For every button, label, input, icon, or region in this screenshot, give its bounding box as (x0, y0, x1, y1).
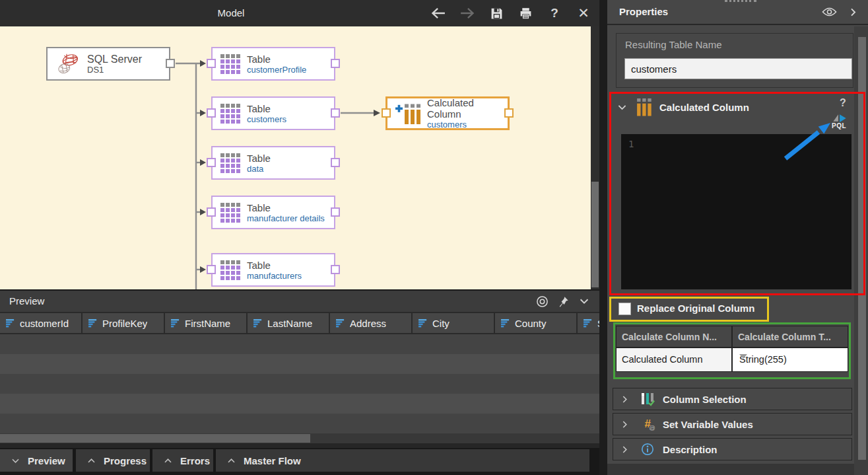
column-header[interactable]: FirstName (165, 313, 248, 333)
section-title: Calculated Column (659, 102, 749, 113)
panel-divider (599, 0, 607, 475)
input-port[interactable] (382, 108, 391, 118)
tab-errors[interactable]: Errors (152, 449, 213, 472)
output-port[interactable] (331, 158, 340, 167)
input-port[interactable] (207, 59, 216, 68)
grid-header-name[interactable]: Calculate Column N... (616, 326, 732, 347)
print-icon[interactable] (517, 5, 533, 21)
table-node-customers[interactable]: Table customers (211, 96, 335, 130)
column-name-cell[interactable]: Calculated Column (616, 347, 732, 372)
replace-original-column-checkbox[interactable] (618, 303, 631, 315)
calculated-column-section-header[interactable]: Calculated Column (613, 95, 859, 119)
preview-horizontal-scrollbar[interactable] (0, 433, 599, 443)
calculated-column-node[interactable]: Calculated Column customers (385, 96, 510, 130)
section-set-variable-values[interactable]: #@ Set Variable Values (613, 413, 852, 435)
pql-toggle-button[interactable]: PQL (825, 113, 853, 134)
collapse-panel-icon[interactable] (848, 7, 859, 18)
eye-icon[interactable] (822, 7, 837, 17)
column-header[interactable]: City (413, 313, 495, 333)
model-canvas[interactable]: SQL Server DS1 Table customerProfile Tab… (0, 26, 591, 289)
table-icon (220, 153, 240, 173)
expression-code-editor[interactable]: 1 (621, 134, 851, 289)
info-icon (639, 443, 656, 456)
preview-header: Preview (0, 291, 599, 312)
line-number: 1 (628, 139, 634, 149)
table-row (0, 414, 599, 433)
properties-scrollbar-thumb[interactable] (858, 37, 866, 460)
chevron-down-icon[interactable] (617, 102, 628, 113)
table-row (0, 334, 599, 354)
output-port[interactable] (331, 207, 340, 217)
input-port[interactable] (207, 265, 216, 274)
node-type-label: Table (247, 202, 325, 213)
sql-server-icon (55, 52, 81, 77)
node-type-label: Table (247, 153, 271, 164)
preview-title: Preview (9, 291, 44, 312)
node-type-label: Table (247, 103, 286, 114)
node-name-label: data (247, 164, 271, 174)
section-column-selection[interactable]: Column Selection (613, 388, 852, 410)
chevron-right-icon[interactable] (620, 420, 630, 429)
chevron-right-icon[interactable] (620, 445, 630, 455)
tab-progress[interactable]: Progress (76, 449, 150, 472)
calculated-column-grid: Calculate Column N... Calculate Column T… (616, 326, 848, 372)
input-port[interactable] (207, 158, 216, 167)
table-node-data[interactable]: Table data (211, 146, 335, 180)
column-header[interactable]: ProfileKey (83, 313, 165, 333)
input-port[interactable] (207, 207, 216, 217)
resulting-table-name-input[interactable] (624, 58, 852, 79)
table-row (0, 374, 599, 394)
column-header[interactable]: State (578, 313, 599, 333)
table-node-manufacturer-details[interactable]: Table manufacturer details (211, 196, 335, 229)
table-icon (220, 260, 240, 280)
bottom-tab-bar: Preview Progress Errors Master Flow (0, 448, 599, 475)
resulting-table-name-label: Resulting Table Name (625, 39, 721, 50)
save-icon[interactable] (488, 5, 504, 21)
tab-master-flow[interactable]: Master Flow (216, 449, 589, 472)
table-node-customerProfile[interactable]: Table customerProfile (211, 47, 335, 81)
node-type-label: SQL Server (87, 54, 142, 65)
output-port[interactable] (331, 108, 340, 118)
scrollbar-thumb[interactable] (591, 182, 599, 287)
resulting-table-name-group: Resulting Table Name (616, 33, 853, 88)
close-icon[interactable]: ✕ (576, 5, 591, 21)
forward-icon[interactable] (459, 5, 475, 21)
node-name-label: DS1 (87, 65, 142, 75)
column-header[interactable]: LastName (248, 313, 330, 333)
table-node-manufacturers[interactable]: Table manufacturers (211, 253, 335, 287)
back-icon[interactable] (430, 5, 446, 21)
calculated-column-icon (636, 98, 651, 116)
column-header[interactable]: Address (330, 313, 413, 333)
node-type-label: Table (247, 260, 302, 271)
properties-title: Properties (619, 0, 668, 24)
column-header[interactable]: County (495, 313, 578, 333)
output-port[interactable] (166, 59, 175, 68)
help-icon[interactable]: ? (547, 5, 562, 21)
column-header[interactable]: customerId (0, 313, 83, 333)
chevron-right-icon[interactable] (620, 394, 630, 404)
input-port[interactable] (207, 108, 216, 118)
node-type-label: Calculated Column (427, 97, 508, 120)
pin-icon[interactable] (558, 296, 569, 307)
node-type-label: Table (247, 54, 306, 65)
canvas-vertical-scrollbar[interactable] (591, 26, 599, 289)
table-row (0, 354, 599, 374)
model-title-bar: Model ? ✕ (0, 0, 599, 26)
column-type-dropdown[interactable]: String(255) (732, 347, 848, 372)
grid-header-type[interactable]: Calculate Column T... (732, 326, 848, 347)
node-name-label: customerProfile (247, 65, 306, 75)
section-description[interactable]: Description (613, 438, 852, 460)
watch-icon[interactable] (536, 295, 549, 308)
collapse-panel-icon[interactable] (578, 295, 590, 307)
table-row (0, 394, 599, 414)
calculated-column-icon (395, 103, 420, 124)
app-window: Model ? ✕ (0, 0, 868, 475)
output-port[interactable] (504, 108, 514, 118)
help-icon[interactable]: ? (840, 97, 846, 109)
datasource-node-sql-server[interactable]: SQL Server DS1 (46, 47, 170, 81)
output-port[interactable] (331, 265, 340, 274)
tab-preview[interactable]: Preview (0, 449, 73, 472)
scrollbar-thumb[interactable] (0, 434, 310, 443)
node-name-label: manufacturer details (247, 213, 325, 223)
output-port[interactable] (331, 59, 340, 68)
